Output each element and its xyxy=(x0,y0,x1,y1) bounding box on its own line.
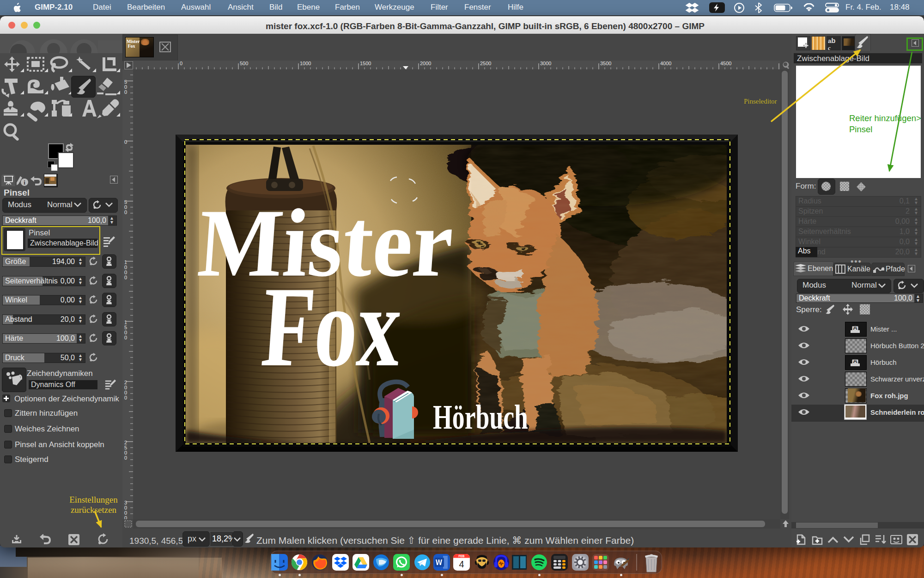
svg-text:0: 0 xyxy=(124,139,127,145)
svg-text:0: 0 xyxy=(124,89,127,95)
svg-text:2000: 2000 xyxy=(420,61,431,66)
svg-text:0: 0 xyxy=(180,61,182,66)
svg-text:0: 0 xyxy=(124,275,127,280)
svg-text:Fox: Fox xyxy=(258,263,405,390)
svg-text:0: 0 xyxy=(124,395,127,400)
svg-text:3500: 3500 xyxy=(600,61,611,66)
svg-text:0: 0 xyxy=(124,515,127,519)
svg-text:0: 0 xyxy=(124,335,127,340)
svg-text:3000: 3000 xyxy=(540,61,551,66)
svg-text:Hörbuch: Hörbuch xyxy=(433,398,528,436)
svg-text:2500: 2500 xyxy=(480,61,491,66)
svg-text:4000: 4000 xyxy=(660,61,671,66)
svg-text:0: 0 xyxy=(124,455,127,461)
svg-text:4500: 4500 xyxy=(720,61,731,66)
svg-text:i: i xyxy=(24,179,25,186)
svg-text:1500: 1500 xyxy=(360,61,371,66)
svg-text:1000: 1000 xyxy=(300,61,311,66)
svg-text:0: 0 xyxy=(124,209,127,215)
svg-text:FEB: FEB xyxy=(459,554,465,558)
svg-text:500: 500 xyxy=(240,61,248,66)
svg-text:4: 4 xyxy=(459,559,464,569)
